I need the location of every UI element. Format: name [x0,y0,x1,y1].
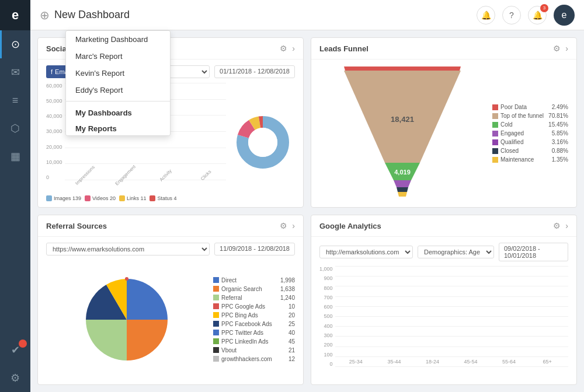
ref-referral-label: Referral [221,295,242,301]
bell-muted-icon: 🔔 [481,10,491,20]
ga-bar-45-54: 45-54 [454,356,487,365]
sidebar-item-reports[interactable]: ≡ [0,86,30,114]
funnel-closed-label: Closed [500,148,519,154]
referral-legend-referral: Referral 1,240 [213,295,295,301]
ref-growthhackers-label: growthhackers.com [221,356,272,362]
ref-growthhackers-value: 12 [288,356,295,362]
social-expand-icon[interactable]: › [292,44,295,53]
ga-bar-18-24: 18-24 [416,356,449,365]
ref-ppc-linkedin-value: 45 [288,338,295,345]
svg-marker-10 [394,180,411,187]
funnel-maintenance-color [492,157,498,163]
leads-expand-icon[interactable]: › [565,44,568,53]
user-avatar-button[interactable]: e [554,5,575,26]
funnel-legend-top: Top of the funnel 70.81% [492,113,568,119]
bell-muted-button[interactable]: 🔔 [477,6,495,24]
ref-organic-color [213,286,219,292]
help-button[interactable]: ? [502,6,521,24]
topbar-title-area[interactable]: ⊕ New Dashboard [40,8,130,22]
social-donut-chart [234,113,292,172]
svg-text:4,019: 4,019 [394,169,411,176]
ga-settings-icon[interactable]: ⚙ [553,221,561,230]
contacts-icon: ▦ [11,150,20,163]
reports-icon: ≡ [12,94,19,107]
dropdown-item-kevin[interactable]: Kevin's Report [66,65,170,82]
ref-ppc-google-value: 10 [288,303,295,310]
funnel-engaged-label: Engaged [500,130,524,136]
legend-videos-dot [85,195,91,201]
funnel-top-color [492,113,498,119]
notifications-button[interactable]: 🔔 3 [528,6,547,24]
topbar: ⊕ New Dashboard 🔔 ? 🔔 3 e Marketing Dash… [30,0,584,30]
funnel-closed-value: 0.88% [552,148,568,154]
sidebar-item-settings[interactable]: ⚙ [0,364,30,392]
dropdown-section-reports[interactable]: My Reports [66,120,170,135]
ref-direct-value: 1,998 [280,277,295,284]
referral-legend-ppc-fb: PPC Facebook Ads 25 [213,321,295,327]
ref-organic-label: Organic Search [221,286,262,292]
referral-url-select[interactable]: https://www.emarksolutions.com [46,243,210,256]
new-dashboard-plus-icon: ⊕ [40,8,50,22]
referral-pie-chart [80,273,173,366]
bar-impressions: Impressions [67,169,103,178]
topbar-right: 🔔 ? 🔔 3 e [477,5,575,26]
ga-bar-65plus: 65+ [531,356,564,365]
email-icon: ✉ [11,66,20,79]
ga-bar-55-64-label: 55-64 [502,359,516,365]
ga-url-select[interactable]: http://emarksolutions.com [319,246,413,258]
help-icon: ? [509,10,514,20]
referral-legend: Direct 1,998 Organic Search 1,638 [213,260,295,379]
sidebar-item-network[interactable]: ⬡ [0,114,30,142]
referral-panel-header: Referral Sources ⚙ › [38,215,303,237]
main-content: ⊕ New Dashboard 🔔 ? 🔔 3 e Marketing Dash… [30,0,584,392]
dashboard-icon: ⊙ [11,38,20,51]
dropdown-item-marc[interactable]: Marc's Report [66,48,170,65]
bar-engagement: Engagement [107,169,143,178]
sidebar-item-contacts[interactable]: ▦ [0,142,30,170]
dropdown-item-marketing[interactable]: Marketing Dashboard [66,31,170,48]
dropdown-section-dashboards[interactable]: My Dashboards [66,104,170,120]
legend-links-dot [119,195,125,201]
funnel-chart: 18,421 4,019 [319,65,485,201]
legend-status-dot [150,195,155,201]
referral-settings-icon[interactable]: ⚙ [280,221,287,230]
bar-activity-label: Activity [158,168,172,182]
referral-legend-ppc-bing: PPC Bing Ads 20 [213,312,295,318]
leads-settings-icon[interactable]: ⚙ [553,44,561,53]
sidebar-item-tasks[interactable]: ✔ [0,336,30,364]
ref-ppc-fb-color [213,321,219,327]
tasks-badge [19,340,27,348]
legend-images-dot [46,195,52,201]
sidebar-item-dashboard[interactable]: ⊙ [0,30,30,58]
ref-vbout-value: 21 [288,347,295,354]
ref-direct-label: Direct [221,277,237,284]
dropdown-divider-1 [66,101,170,102]
referral-expand-icon[interactable]: › [292,221,295,230]
ref-ppc-twitter-value: 40 [288,330,295,336]
ga-expand-icon[interactable]: › [565,221,568,230]
referral-legend-vbout: Vbout 21 [213,347,295,354]
bar-clicks: Clicks [188,169,224,178]
sidebar-item-email[interactable]: ✉ [0,58,30,86]
logo-text: e [12,8,19,23]
ref-referral-color [213,295,219,300]
social-legend: Images 139 Videos 20 Links 11 [46,195,226,201]
ref-ppc-bing-color [213,312,219,318]
sidebar-logo[interactable]: e [0,0,30,30]
ref-ppc-fb-value: 25 [288,321,295,327]
ref-direct-color [213,277,219,283]
notifications-icon: 🔔 [533,10,543,20]
ga-dimension-select[interactable]: Demographics: Age [418,246,494,258]
funnel-legend-qualified: Qualified 3.16% [492,139,568,145]
dropdown-item-eddy[interactable]: Eddy's Report [66,82,170,99]
network-icon: ⬡ [11,122,20,135]
legend-links-label: Links 11 [127,195,147,201]
tasks-icon: ✔ [11,344,20,356]
referral-legend-organic: Organic Search 1,638 [213,286,295,292]
ga-chart-area: 1,000 900 800 700 600 500 400 300 200 10… [319,266,568,379]
social-settings-icon[interactable]: ⚙ [280,44,287,53]
ga-bar-35-44-label: 35-44 [387,359,401,365]
notifications-badge: 3 [540,4,548,12]
leads-panel-title: Leads Funnel [319,44,369,53]
ref-ppc-google-label: PPC Google Ads [221,303,265,310]
